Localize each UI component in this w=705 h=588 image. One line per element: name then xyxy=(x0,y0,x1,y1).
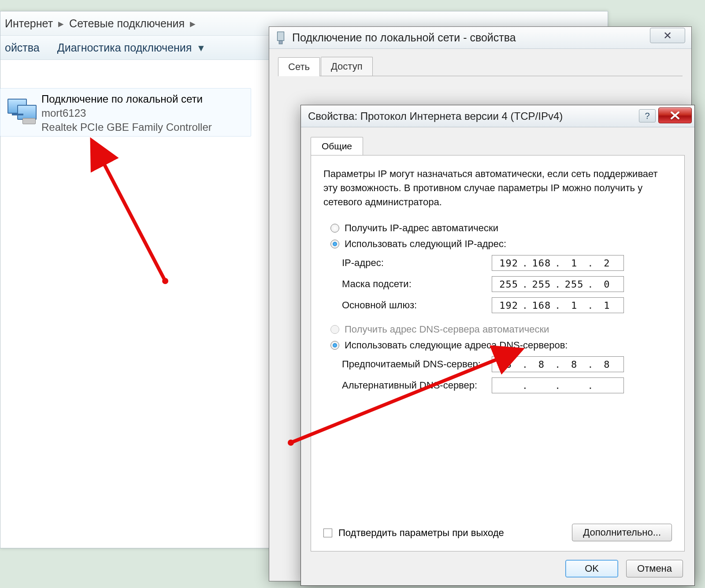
label-dns1: Предпочитаемый DNS-сервер: xyxy=(342,359,492,370)
crumb-internet[interactable]: Интернет xyxy=(5,17,53,30)
chevron-right-icon: ▸ xyxy=(190,17,196,30)
label-gateway: Основной шлюз: xyxy=(342,300,492,311)
dialog-title: Свойства: Протокол Интернета версии 4 (T… xyxy=(308,110,563,122)
radio-label: Получить IP-адрес автоматически xyxy=(345,222,498,234)
tab-network[interactable]: Сеть xyxy=(278,57,320,76)
radio-label: Использовать следующие адреса DNS-сервер… xyxy=(345,340,568,351)
dialog-titlebar[interactable]: Подключение по локальной сети - свойства xyxy=(269,27,691,49)
label-ip: IP-адрес: xyxy=(342,257,492,269)
ethernet-plug-icon xyxy=(275,31,286,44)
connection-adapter: Realtek PCIe GBE Family Controller xyxy=(41,120,247,134)
confirm-label: Подтвердить параметры при выходе xyxy=(338,527,504,539)
toolbar-properties[interactable]: ойства xyxy=(5,41,40,54)
subnet-mask-input[interactable]: 255.255.255.0 xyxy=(492,276,624,292)
toolbar-diagnose[interactable]: Диагностика подключения xyxy=(57,41,192,54)
radio-auto-dns: Получить адрес DNS-сервера автоматически xyxy=(330,324,672,335)
default-gateway-input[interactable]: 192.168.1.1 xyxy=(492,297,624,313)
connection-title: Подключение по локальной сети xyxy=(41,92,247,106)
connection-item-lan[interactable]: Подключение по локальной сети mort6123 R… xyxy=(0,88,251,137)
radio-label: Получить адрес DNS-сервера автоматически xyxy=(345,324,549,335)
close-button[interactable] xyxy=(658,107,692,123)
radio-icon xyxy=(330,325,339,334)
confirm-on-exit[interactable]: Подтвердить параметры при выходе xyxy=(323,527,504,539)
svg-rect-1 xyxy=(279,41,282,44)
label-mask: Маска подсети: xyxy=(342,278,492,290)
radio-manual-ip[interactable]: Использовать следующий IP-адрес: xyxy=(330,238,672,250)
cancel-button[interactable]: Отмена xyxy=(626,560,683,577)
radio-label: Использовать следующий IP-адрес: xyxy=(345,238,506,250)
dialog-titlebar[interactable]: Свойства: Протокол Интернета версии 4 (T… xyxy=(301,105,694,127)
ip-address-input[interactable]: 192.168.1.2 xyxy=(492,255,624,271)
svg-rect-0 xyxy=(278,32,284,41)
dropdown-arrow-icon[interactable]: ▾ xyxy=(198,41,204,54)
panel-description: Параметры IP могут назначаться автоматич… xyxy=(323,167,672,209)
close-icon: ✕ xyxy=(663,30,672,42)
dlg1-close-button[interactable]: ✕ xyxy=(650,28,685,43)
tab-general[interactable]: Общие xyxy=(311,137,363,155)
dlg1-tabs: Сеть Доступ xyxy=(278,57,691,76)
general-panel: Параметры IP могут назначаться автоматич… xyxy=(311,155,685,551)
tab-access[interactable]: Доступ xyxy=(321,57,373,76)
chevron-right-icon: ▸ xyxy=(58,17,64,30)
dlg2-tabs: Общие xyxy=(311,137,694,155)
radio-manual-dns[interactable]: Использовать следующие адреса DNS-сервер… xyxy=(330,340,672,351)
close-icon xyxy=(669,111,681,120)
ipv4-properties-dialog: Свойства: Протокол Интернета версии 4 (T… xyxy=(301,105,695,586)
network-adapter-icon xyxy=(4,91,41,133)
preferred-dns-input[interactable]: 8.8.8.8 xyxy=(492,356,624,372)
checkbox-icon xyxy=(323,529,332,537)
connection-network: mort6123 xyxy=(41,106,247,120)
radio-auto-ip[interactable]: Получить IP-адрес автоматически xyxy=(330,222,672,234)
ok-button[interactable]: OK xyxy=(565,560,618,577)
radio-icon xyxy=(330,341,339,350)
help-icon: ? xyxy=(645,111,649,121)
crumb-netconn[interactable]: Сетевые подключения xyxy=(69,17,185,30)
label-dns2: Альтернативный DNS-сервер: xyxy=(342,380,492,391)
help-button[interactable]: ? xyxy=(639,109,656,122)
radio-icon xyxy=(330,224,339,233)
radio-icon xyxy=(330,240,339,248)
alternate-dns-input[interactable]: ... xyxy=(492,377,624,393)
advanced-button[interactable]: Дополнительно... xyxy=(572,524,672,541)
dialog-title: Подключение по локальной сети - свойства xyxy=(292,31,516,44)
